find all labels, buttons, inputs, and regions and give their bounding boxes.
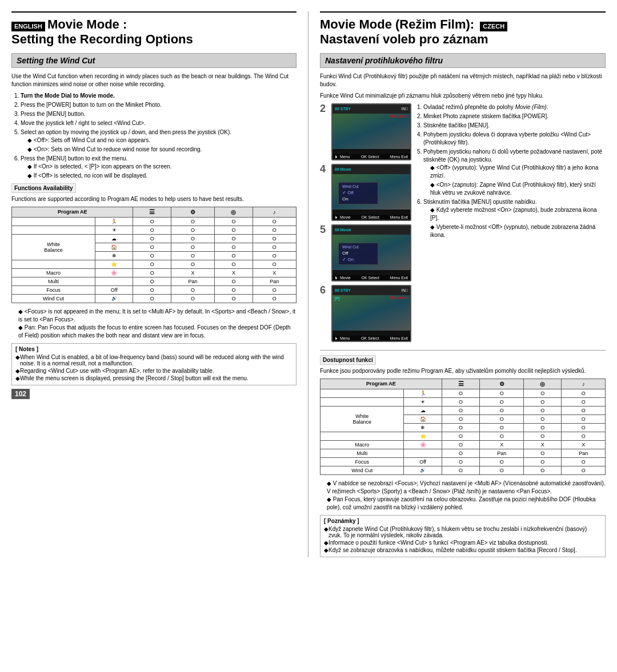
cz-step-5-subs: <Off> (vypnuto): Vypne Wind Cut (Protihl… — [423, 164, 606, 197]
row-icon: 🏠 — [95, 243, 133, 251]
cz-note-3: Když se zobrazuje obrazovka s nabídkou, … — [324, 547, 602, 553]
left-title: ENGLISHMovie Mode : Setting the Recordin… — [11, 17, 193, 47]
table-row: ⭐OOOO — [320, 432, 606, 440]
macro-label: Macro — [12, 268, 95, 277]
func-avail-desc: Functions are supported according to Pro… — [11, 195, 297, 203]
row-icon: ☀ — [95, 226, 133, 234]
right-header: Movie Mode (Režim Film): CZECH Nastavení… — [320, 17, 606, 51]
table-header-2: ⚙ — [171, 207, 214, 217]
step-5-sub-1: <Off>: Sets off Wind Cut and no icon app… — [27, 136, 297, 144]
note-2: Regarding <Wind Cut> use with <Program A… — [15, 368, 293, 374]
cz-notes-box: [ Poznámky ] Když zapnete Wind Cut (Prot… — [320, 515, 606, 557]
table-row: ⭐ OOOO — [12, 260, 297, 268]
page-number-area: 102 — [11, 389, 297, 399]
right-title: Movie Mode (Režim Film): CZECH Nastavení… — [320, 17, 606, 47]
camera-display-6: 88 STBY IN□ REM:4min [P] ⏵ MenuOK Select… — [331, 285, 411, 342]
windcut-menu-4: Wind Cut ✓ Off On — [338, 182, 378, 204]
cz-6-sub-1: Když vyberete možnost <On> (zapnuto), bu… — [430, 206, 606, 222]
table-row: MultiOPanOPan — [320, 449, 606, 457]
row-label — [12, 217, 95, 226]
screens-and-steps: 2 88 STBY IN□ REM:4min ⏵ MenuOK SelectMe… — [320, 103, 606, 345]
english-badge: ENGLISH — [11, 22, 45, 31]
screen-5: 5 88 Movie Wind Cut Off ✓ On ⏵ MovieOK S… — [320, 224, 408, 281]
program-ae-table: Program AE ☰ ⚙ ◎ ♪ 🏃 OOOO ☀ OOOO — [11, 207, 297, 303]
table-row: Wind Cut🔊OOOO — [320, 466, 606, 474]
cz-6-sub-2: Vyberete-li možnost <Off> (vypnuto), neb… — [430, 223, 606, 239]
table-row: WhiteBalance☁OOOO — [320, 406, 606, 415]
cz-5-sub-2: <On> (zapnuto): Zapne Wind Cut (Protihlu… — [430, 181, 606, 197]
table-row: 🏃OOOO — [320, 389, 606, 397]
row-icon: 🌸 — [95, 268, 133, 277]
left-steps: Turn the Mode Dial to Movie mode. Press … — [11, 92, 297, 180]
step-6-sub-2: If <Off> is selected, no icon will be di… — [27, 172, 297, 180]
camera-display-4: 88 Movie Wind Cut ✓ Off On ⏵ MovieOK Sel… — [331, 164, 411, 221]
table-header-1: ☰ — [133, 207, 171, 217]
left-intro: Use the Wind Cut function when recording… — [11, 73, 297, 88]
step-6-sub-1: If <On> is selected, < [P]> icon appears… — [27, 163, 297, 171]
screen-6: 6 88 STBY IN□ REM:4min [P] ⏵ MenuOK Sele… — [320, 285, 408, 342]
step-1: Turn the Mode Dial to Movie mode. — [21, 92, 297, 100]
row-icon: ☁ — [95, 234, 133, 243]
cz-step-2: Miniket Photo zapnete stiskem tlačítka [… — [423, 112, 606, 120]
cz-5-sub-1: <Off> (vypnuto): Vypne Wind Cut (Protihl… — [430, 164, 606, 180]
cz-func-avail-desc: Funkce jsou podporovány podle režimu Pro… — [320, 367, 606, 375]
bottom-bullet-2: Pan: Pan Focus that adjusts the focus to… — [18, 324, 297, 340]
table-row: Focus Off OOOO — [12, 285, 297, 294]
bottom-bullet-1: <Focus> is not appeared in the menu; It … — [18, 308, 297, 324]
right-intro-1: Funkci Wind Cut (Protihlukový filtr) pou… — [320, 73, 606, 88]
page-number-badge: 102 — [11, 389, 30, 399]
table-row: WhiteBalance ☁ OOOO — [12, 234, 297, 243]
cz-notes-title: [ Poznámky ] — [324, 518, 602, 524]
table-row: Multi OPanOPan — [12, 277, 297, 285]
cz-bottom-bullet-2: Pan Focus, který upravuje zaostření na c… — [327, 496, 606, 512]
table-header-4: ♪ — [253, 207, 296, 217]
table-row: ☀OOOO — [320, 397, 606, 406]
step-5-subs: <Off>: Sets off Wind Cut and no icon app… — [21, 136, 297, 154]
right-steps: Ovladač režimů přepněte do polohy Movie … — [414, 103, 606, 239]
row-icon: ⭐ — [95, 260, 133, 268]
table-row: ☀ OOOO — [12, 226, 297, 234]
row-icon: ❄ — [95, 251, 133, 260]
table-row: Macro 🌸 OXXX — [12, 268, 297, 277]
cz-table-header-program: Program AE — [320, 379, 442, 389]
cz-bottom-bullet-1: V nabídce se nezobrazí <Focus>; Výchozí … — [327, 480, 606, 496]
note-1: When Wind Cut is enabled, a bit of low-f… — [15, 354, 293, 367]
left-header: ENGLISHMovie Mode : Setting the Recordin… — [11, 17, 297, 51]
czech-badge: CZECH — [480, 22, 507, 31]
cz-step-6-subs: Když vyberete možnost <On> (zapnuto), bu… — [423, 206, 606, 239]
cz-note-1: Když zapnete Wind Cut (Protihlukový filt… — [324, 526, 602, 538]
step-4: Move the joystick left / right to select… — [21, 119, 297, 127]
bottom-bullets: <Focus> is not appeared in the menu; It … — [11, 308, 297, 340]
notes-title: [ Notes ] — [15, 346, 293, 352]
windcut-menu-5: Wind Cut Off ✓ On — [338, 243, 378, 265]
screen-2: 2 88 STBY IN□ REM:4min ⏵ MenuOK SelectMe… — [320, 103, 408, 160]
multi-label: Multi — [12, 277, 95, 285]
cz-step-4: Pohybem joysticku doleva či doprava vybe… — [423, 131, 606, 147]
row-icon: 🏃 — [95, 217, 133, 226]
cz-bottom-bullets: V nabídce se nezobrazí <Focus>; Výchozí … — [320, 480, 606, 512]
table-header-program: Program AE — [12, 207, 133, 217]
table-row: 🏃 OOOO — [12, 217, 297, 226]
step-6-subs: If <On> is selected, < [P]> icon appears… — [21, 163, 297, 180]
camera-display-2: 88 STBY IN□ REM:4min ⏵ MenuOK SelectMenu… — [331, 103, 411, 160]
step-6: Press the [MENU] button to exit the menu… — [21, 155, 297, 180]
table-row: Wind Cut 🔊 OOOO — [12, 294, 297, 303]
note-3: While the menu screen is displayed, pres… — [15, 375, 293, 381]
steps-column: Ovladač režimů přepněte do polohy Movie … — [414, 103, 606, 345]
left-column: ENGLISHMovie Mode : Setting the Recordin… — [11, 11, 308, 557]
table-header-3: ◎ — [215, 207, 253, 217]
focus-label: Focus — [12, 285, 95, 294]
left-subsection-title: Setting the Wind Cut — [11, 53, 297, 68]
notes-box: [ Notes ] When Wind Cut is enabled, a bi… — [11, 343, 297, 385]
step-5-sub-2: <On>: Sets on Wind Cut to reduce wind no… — [27, 146, 297, 154]
table-row: Macro🌸OXXX — [320, 440, 606, 449]
cz-note-2: Informace o použití funkce <Wind Cut> s … — [324, 540, 602, 546]
cz-step-5: Pohybem joysticku nahoru či dolů vyberte… — [423, 148, 606, 197]
step-2: Press the [POWER] button to turn on the … — [21, 101, 297, 109]
right-intro-2: Funkce Wind Cut minimalizuje při záznamu… — [320, 92, 606, 100]
step-5: Select an option by moving the joystick … — [21, 128, 297, 154]
func-avail-title: Functions Availability — [11, 183, 76, 193]
page-container: ENGLISHMovie Mode : Setting the Recordin… — [0, 0, 617, 569]
screens-column: 2 88 STBY IN□ REM:4min ⏵ MenuOK SelectMe… — [320, 103, 408, 345]
camera-display-5: 88 Movie Wind Cut Off ✓ On ⏵ MovieOK Sel… — [331, 224, 411, 281]
